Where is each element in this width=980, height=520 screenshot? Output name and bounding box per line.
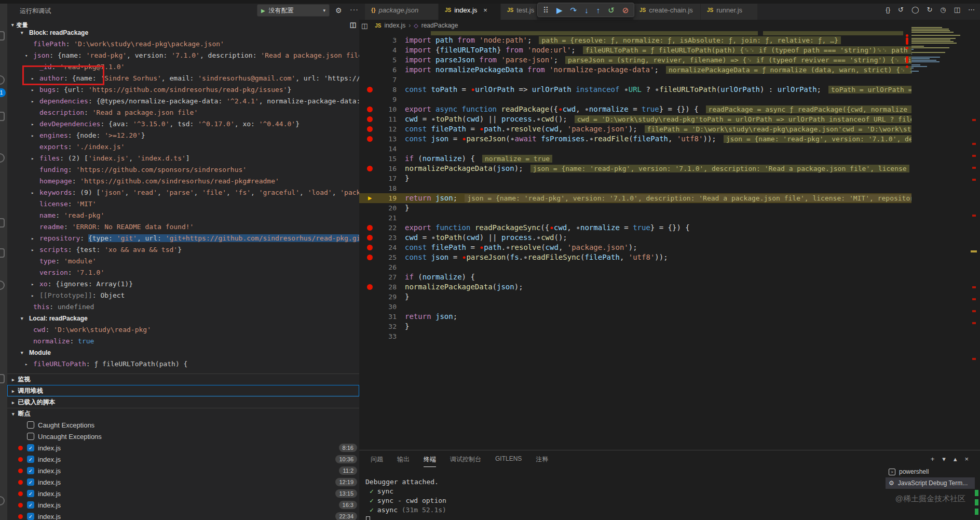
code-line[interactable]: 9 [359, 95, 911, 104]
variable-row[interactable]: ▸[[Prototype]]: Object [7, 290, 359, 301]
breakpoint-icon[interactable] [367, 87, 373, 92]
code-line[interactable]: 26 [359, 262, 911, 272]
activity-icon-partial[interactable] [0, 281, 5, 290]
variable-row[interactable]: normalize: true [7, 336, 359, 347]
breakpoint-icon[interactable] [367, 284, 373, 290]
breakpoint-icon[interactable] [367, 235, 373, 241]
chevron-right-icon[interactable]: ▸ [31, 96, 37, 107]
variable-row[interactable]: name: 'read-pkg' [7, 210, 359, 221]
variable-row[interactable]: ▸scripts: {test: 'xo && ava && tsd'} [7, 244, 359, 256]
activity-bar[interactable]: 1 [0, 0, 7, 520]
code-line[interactable]: 5import parseJson from 'parse-json';pars… [359, 55, 911, 65]
nav-back-icon[interactable]: ↺ [898, 6, 904, 14]
checkbox-checked[interactable]: ✓ [27, 490, 34, 497]
nav-forward-icon[interactable]: ↻ [927, 6, 932, 14]
checkbox-checked[interactable]: ✓ [27, 444, 34, 451]
variable-row[interactable]: exports: './index.js' [7, 141, 359, 153]
variable-row[interactable]: ▸bugs: {url: 'https://github.com/sindres… [7, 84, 359, 96]
variable-row[interactable]: ▸fileURLToPath: ƒ fileURLToPath(path) { [7, 358, 359, 370]
breakpoint-item[interactable]: ✓index.js12:19 [7, 476, 359, 488]
code-line[interactable]: 4import {fileURLToPath} from 'node:url';… [359, 45, 911, 55]
variable-row[interactable]: ▸files: (2) ['index.js', 'index.d.ts'] [7, 153, 359, 164]
activity-icon-partial[interactable] [0, 31, 5, 41]
variable-row[interactable]: funding: 'https://github.com/sponsors/si… [7, 164, 359, 176]
breadcrumb-symbol[interactable]: readPackage [421, 22, 458, 29]
step-into-icon[interactable]: ↓ [584, 6, 589, 14]
breakpoint-icon[interactable] [367, 166, 373, 171]
close-panel-icon[interactable]: × [964, 455, 969, 463]
breadcrumb[interactable]: ◫ JS index.js › ◇ readPackage [359, 20, 980, 31]
checkbox-checked[interactable]: ✓ [27, 501, 34, 509]
variable-row[interactable]: license: 'MIT' [7, 198, 359, 210]
scope-row[interactable]: ▾Local: readPackage [7, 313, 359, 324]
variable-row[interactable]: ▾json: {name: 'read-pkg', version: '7.1.… [7, 50, 359, 61]
step-over-icon[interactable]: ↷ [570, 6, 577, 14]
activity-icon-partial[interactable] [0, 75, 5, 85]
chevron-right-icon[interactable]: ▸ [31, 118, 37, 130]
breadcrumb-file[interactable]: index.js [385, 22, 406, 29]
code-line[interactable]: 3import path from 'node:path';path = {re… [359, 35, 911, 45]
code-line[interactable]: 16 normalizePackageData(json);json = {na… [359, 164, 911, 174]
chevron-down-icon[interactable]: ▾ [21, 347, 23, 358]
breakpoint-item[interactable]: ✓index.js13:15 [7, 488, 359, 499]
variable-row[interactable]: description: 'Read a package.json file' [7, 107, 359, 118]
breakpoint-item[interactable]: ✓index.js8:16 [7, 442, 359, 454]
code-line[interactable]: 15 if (normalize) {normalize = true [359, 154, 911, 164]
chevron-right-icon[interactable]: ▸ [31, 130, 37, 141]
variable-row[interactable]: type: 'module' [7, 256, 359, 267]
breakpoint-icon[interactable] [367, 126, 373, 132]
checkbox-unchecked[interactable] [27, 421, 34, 429]
maximize-panel-icon[interactable]: ▴ [954, 455, 957, 463]
code-line[interactable]: 33 [359, 331, 911, 341]
code-line[interactable]: 27 if (normalize) { [359, 272, 911, 282]
more-actions-icon[interactable]: ··· [350, 5, 359, 14]
chevron-down-icon[interactable]: ▾ [25, 50, 31, 61]
gear-icon[interactable]: ⚙ [335, 6, 342, 15]
checkbox-checked[interactable]: ✓ [27, 478, 34, 486]
code-line[interactable]: 13 const json = ●parseJson(●await fsProm… [359, 134, 911, 144]
code-line[interactable]: 25 const json = ●parseJson(fs.●readFileS… [359, 252, 911, 262]
code-line[interactable]: 11 cwd = ●toPath(cwd) || process.●cwd();… [359, 114, 911, 124]
variable-row[interactable]: cwd: 'D:\work\study\read-pkg' [7, 324, 359, 336]
variable-row[interactable]: ▸keywords: (9) ['json', 'read', 'parse',… [7, 187, 359, 198]
split-editor-icon[interactable]: ◫ [361, 22, 367, 30]
variable-row[interactable]: this: undefined [7, 301, 359, 313]
code-line[interactable]: 20} [359, 203, 911, 213]
code-line[interactable]: 12 const filePath = ●path.●resolve(cwd, … [359, 124, 911, 134]
code-line[interactable]: 6import normalizePackageData from 'norma… [359, 65, 911, 75]
code-line[interactable]: 29 } [359, 292, 911, 302]
chevron-right-icon[interactable]: ▸ [31, 153, 37, 164]
code-line[interactable]: 14 [359, 144, 911, 154]
code-line[interactable]: 32} [359, 322, 911, 331]
code-line[interactable]: 22export function readPackageSync({●cwd,… [359, 223, 911, 233]
panel-tab-终端[interactable]: 终端 [424, 455, 436, 467]
chevron-right-icon[interactable]: ▸ [31, 233, 37, 244]
code-line[interactable]: 30 [359, 302, 911, 312]
panel-tab-调试控制台[interactable]: 调试控制台 [450, 455, 481, 467]
continue-icon[interactable]: ▶ [556, 6, 563, 14]
chevron-down-icon[interactable]: ▾ [21, 27, 23, 38]
breakpoint-item[interactable]: ✓index.js10:36 [7, 454, 359, 465]
terminal-output[interactable]: Debugger attached.✓sync✓sync - cwd optio… [365, 477, 446, 520]
code-line[interactable]: 10export async function readPackage({●cw… [359, 104, 911, 114]
checkbox-checked[interactable]: ✓ [27, 513, 34, 520]
breakpoint-circle-icon[interactable]: ◯ [911, 6, 919, 14]
breakpoint-icon[interactable] [367, 245, 373, 250]
braces-icon[interactable]: {} [886, 6, 890, 14]
section-header[interactable]: ▾断点 [7, 408, 359, 419]
activity-icon-partial[interactable] [0, 153, 5, 163]
variable-row[interactable]: ▸devDependencies: {ava: '^3.15.0', tsd: … [7, 118, 359, 130]
exception-breakpoint-row[interactable]: Caught Exceptions [7, 419, 359, 431]
settings-gear-icon[interactable] [0, 496, 5, 505]
close-icon[interactable]: × [483, 6, 487, 14]
exception-breakpoint-row[interactable]: Uncaught Exceptions [7, 431, 359, 442]
variable-row[interactable]: ▸dependencies: {@types/normalize-package… [7, 96, 359, 107]
disconnect-icon[interactable]: ⊘ [622, 6, 629, 14]
chevron-down-icon[interactable]: ▾ [21, 313, 23, 324]
terminal-scrollbar[interactable] [975, 490, 978, 518]
variable-row[interactable]: filePath: 'D:\work\study\read-pkg\packag… [7, 38, 359, 50]
restart-icon[interactable]: ↺ [608, 6, 615, 14]
panel-tab-GITLENS[interactable]: GITLENS [495, 455, 522, 467]
new-terminal-icon[interactable]: + [931, 455, 935, 463]
section-header[interactable]: ▸监视 [7, 374, 359, 385]
